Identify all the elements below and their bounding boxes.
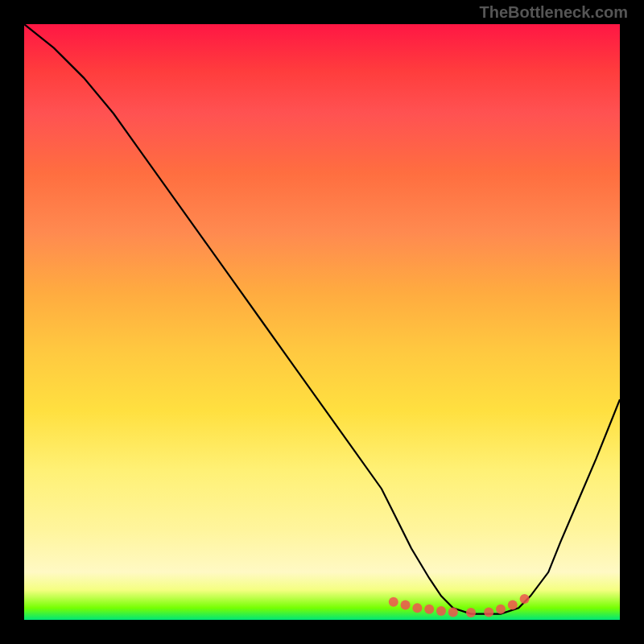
plot-area [24, 24, 620, 620]
marker-dot [484, 607, 493, 617]
marker-dot [520, 594, 530, 604]
marker-dot [508, 601, 518, 610]
optimal-markers [389, 594, 530, 617]
chart-svg [24, 24, 620, 620]
marker-dot [401, 601, 411, 610]
watermark-text: TheBottleneck.com [480, 3, 628, 22]
marker-dot [496, 605, 506, 614]
marker-dot [448, 607, 458, 617]
marker-dot [466, 608, 476, 617]
marker-dot [389, 597, 398, 607]
marker-dot [412, 603, 422, 613]
bottleneck-curve [24, 24, 620, 614]
marker-dot [424, 605, 434, 614]
marker-dot [436, 606, 446, 616]
